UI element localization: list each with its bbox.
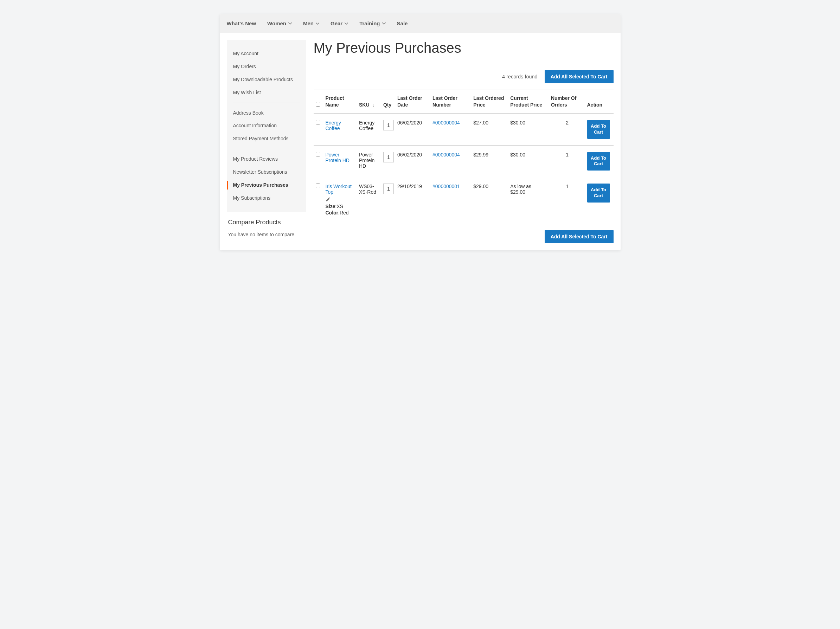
nav-item-what-s-new[interactable]: What's New: [226, 14, 257, 33]
product-attr-label: Size: [325, 204, 335, 209]
table-row: Energy CoffeeEnergy Coffee06/02/2020#000…: [314, 113, 614, 145]
cell-action: Add To Cart: [587, 145, 614, 177]
product-attr-value: :XS: [335, 204, 344, 209]
add-to-cart-button[interactable]: Add To Cart: [587, 152, 610, 171]
cell-product-name: Energy Coffee: [325, 113, 359, 145]
header-current-price[interactable]: Current Product Price: [510, 90, 551, 114]
main-content: My Previous Purchases 4 records found Ad…: [314, 40, 614, 243]
cell-action: Add To Cart: [587, 113, 614, 145]
purchases-table: Product Name SKU ↓ Qty Last Order Date L…: [314, 90, 614, 222]
header-action: Action: [587, 90, 614, 114]
sidebar-item-my-orders[interactable]: My Orders: [233, 60, 300, 73]
cell-action: Add To Cart: [587, 177, 614, 222]
sidebar-item-my-subscriptions[interactable]: My Subscriptions: [233, 191, 300, 205]
nav-item-men[interactable]: Men: [302, 14, 320, 33]
sidebar-item-my-wish-list[interactable]: My Wish List: [233, 86, 300, 99]
compare-empty-text: You have no items to compare.: [228, 231, 305, 239]
header-checkbox-cell: [314, 90, 325, 114]
records-row: 4 records found Add All Selected To Cart: [314, 70, 614, 83]
row-checkbox[interactable]: [316, 120, 321, 125]
product-link[interactable]: Energy Coffee: [325, 120, 341, 131]
sidebar-item-my-product-reviews[interactable]: My Product Reviews: [233, 153, 300, 166]
add-all-selected-button-top[interactable]: Add All Selected To Cart: [545, 70, 614, 83]
nav-item-women[interactable]: Women: [267, 14, 292, 33]
cell-num-orders: 2: [551, 113, 587, 145]
product-attr-label: Color: [325, 210, 339, 215]
sidebar: My AccountMy OrdersMy Downloadable Produ…: [227, 40, 306, 243]
sidebar-group: My AccountMy OrdersMy Downloadable Produ…: [227, 47, 306, 99]
add-to-cart-button[interactable]: Add To Cart: [587, 183, 610, 202]
pencil-icon[interactable]: [325, 197, 355, 203]
cell-current-price: $30.00: [510, 113, 551, 145]
header-last-order-number[interactable]: Last Order Number: [433, 90, 473, 114]
page-title: My Previous Purchases: [314, 40, 614, 56]
header-last-ordered-price[interactable]: Last Ordered Price: [473, 90, 510, 114]
cell-num-orders: 1: [551, 145, 587, 177]
row-checkbox[interactable]: [316, 152, 321, 156]
product-attr-value: :Red: [338, 210, 349, 215]
sidebar-box: My AccountMy OrdersMy Downloadable Produ…: [227, 40, 306, 212]
nav-item-label: Training: [359, 21, 380, 26]
sidebar-item-address-book[interactable]: Address Book: [233, 106, 300, 120]
product-attribute: Color:Red: [325, 210, 355, 215]
records-found-text: 4 records found: [502, 74, 538, 79]
cell-last-price: $27.00: [473, 113, 510, 145]
sidebar-item-stored-payment-methods[interactable]: Stored Payment Methods: [233, 132, 300, 145]
nav-item-label: Sale: [397, 21, 408, 26]
order-link[interactable]: #000000004: [433, 120, 460, 125]
sidebar-item-my-account[interactable]: My Account: [233, 47, 300, 60]
add-to-cart-button[interactable]: Add To Cart: [587, 120, 610, 139]
chevron-down-icon: [316, 22, 319, 25]
header-sku-label: SKU: [359, 102, 369, 107]
cell-sku: WS03-XS-Red: [359, 177, 383, 222]
cell-last-price: $29.99: [473, 145, 510, 177]
sidebar-group: My Product ReviewsNewsletter Subscriptio…: [227, 153, 306, 205]
cell-current-price: As low as $29.00: [510, 177, 551, 222]
cell-sku: Power Protein HD: [359, 145, 383, 177]
add-all-selected-button-bottom[interactable]: Add All Selected To Cart: [545, 230, 614, 243]
table-row: Power Protein HDPower Protein HD06/02/20…: [314, 145, 614, 177]
sort-arrow-icon: ↓: [372, 102, 374, 108]
nav-item-sale[interactable]: Sale: [396, 14, 409, 33]
cell-qty: [383, 113, 397, 145]
sidebar-divider: [233, 103, 300, 103]
chevron-down-icon: [344, 22, 348, 25]
select-all-checkbox[interactable]: [316, 102, 321, 106]
order-link[interactable]: #000000001: [433, 183, 460, 189]
cell-checkbox: [314, 113, 325, 145]
row-checkbox[interactable]: [316, 183, 321, 188]
sidebar-item-my-downloadable-products[interactable]: My Downloadable Products: [233, 73, 300, 86]
qty-input[interactable]: [383, 120, 394, 130]
bottom-actions: Add All Selected To Cart: [314, 222, 614, 243]
header-product-name[interactable]: Product Name: [325, 90, 359, 114]
cell-qty: [383, 145, 397, 177]
cell-product-name: Power Protein HD: [325, 145, 359, 177]
cell-order-number: #000000004: [433, 113, 473, 145]
cell-qty: [383, 177, 397, 222]
header-sku[interactable]: SKU ↓: [359, 90, 383, 114]
cell-checkbox: [314, 177, 325, 222]
sidebar-item-my-previous-purchases[interactable]: My Previous Purchases: [233, 179, 300, 191]
sidebar-item-account-information[interactable]: Account Information: [233, 119, 300, 132]
nav-item-gear[interactable]: Gear: [330, 14, 349, 33]
header-num-orders[interactable]: Number Of Orders: [551, 90, 587, 114]
header-qty[interactable]: Qty: [383, 90, 397, 114]
order-link[interactable]: #000000004: [433, 152, 460, 158]
app-container: What's NewWomenMenGearTrainingSale My Ac…: [220, 14, 621, 250]
cell-order-number: #000000004: [433, 145, 473, 177]
table-row: Iris Workout TopSize:XSColor:RedWS03-XS-…: [314, 177, 614, 222]
product-link[interactable]: Power Protein HD: [325, 152, 349, 163]
sidebar-item-newsletter-subscriptions[interactable]: Newsletter Subscriptions: [233, 166, 300, 179]
nav-item-label: Gear: [330, 21, 343, 26]
cell-last-price: $29.00: [473, 177, 510, 222]
chevron-down-icon: [288, 22, 292, 25]
qty-input[interactable]: [383, 152, 394, 163]
nav-item-label: What's New: [227, 21, 256, 26]
product-link[interactable]: Iris Workout Top: [325, 183, 352, 195]
nav-item-training[interactable]: Training: [358, 14, 386, 33]
cell-last-order-date: 29/10/2019: [397, 177, 433, 222]
qty-input[interactable]: [383, 183, 394, 194]
nav-item-label: Men: [303, 21, 314, 26]
header-last-order-date[interactable]: Last Order Date: [397, 90, 433, 114]
sidebar-group: Address BookAccount InformationStored Pa…: [227, 106, 306, 145]
